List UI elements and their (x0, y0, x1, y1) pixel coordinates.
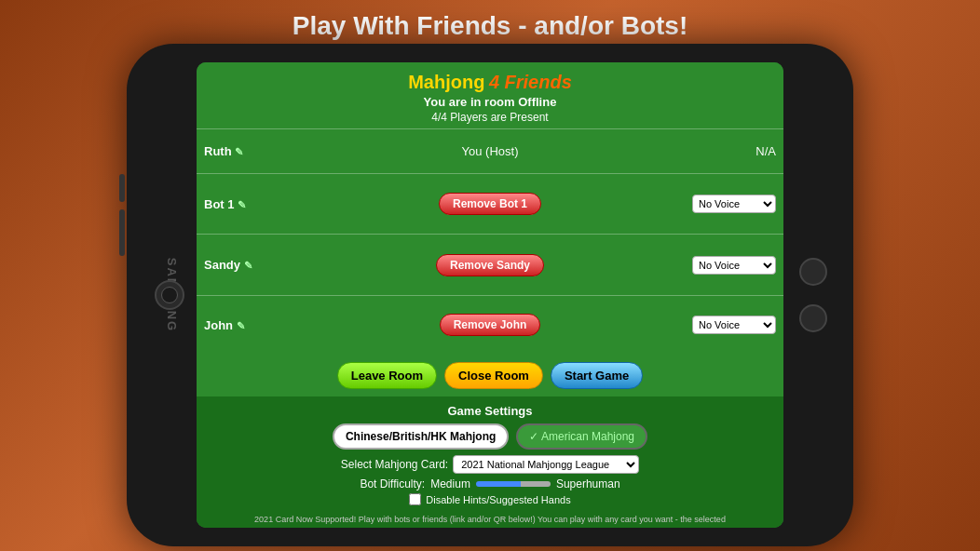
title-mahjong: Mahjong (408, 72, 484, 92)
player-name: Ruth ✎ (197, 129, 308, 174)
player-action: Remove Sandy (308, 235, 672, 295)
na-text: N/A (755, 144, 776, 158)
room-status: You are in room Offline (201, 95, 779, 109)
players-table: Ruth ✎ You (Host) N/A Bot 1 (197, 128, 783, 355)
player-name: Sandy ✎ (197, 235, 308, 295)
game-title: Mahjong 4 Friends (201, 72, 779, 93)
players-status: 4/4 Players are Present (201, 111, 779, 124)
card-select[interactable]: 2021 National Mahjongg League 2020 Natio… (453, 455, 639, 474)
table-row: Sandy ✎ Remove Sandy No Voice Voice 1 (197, 235, 783, 295)
hints-row: Disable Hints/Suggested Hands (206, 493, 774, 505)
close-room-button[interactable]: Close Room (444, 362, 543, 389)
phone-wrapper: SAMSUNG Mahjong 4 Friends You are in roo… (127, 44, 853, 546)
remove-john-button[interactable]: Remove John (440, 314, 541, 336)
table-row: Ruth ✎ You (Host) N/A (197, 129, 783, 174)
leave-room-button[interactable]: Leave Room (337, 362, 437, 389)
bottom-text: 2021 Card Now Supported! Play with bots … (197, 513, 783, 528)
game-header: Mahjong 4 Friends You are in room Offlin… (197, 62, 783, 128)
volume-up-button[interactable] (119, 174, 125, 202)
remove-sandy-button[interactable]: Remove Sandy (436, 254, 544, 276)
settings-title: Game Settings (206, 404, 774, 418)
player-action: Remove Bot 1 (308, 174, 672, 235)
volume-down-button[interactable] (119, 209, 125, 256)
voice-select-sandy[interactable]: No Voice Voice 1 (692, 256, 776, 275)
player-voice: N/A (672, 129, 783, 174)
player-voice: No Voice Voice 1 (672, 235, 783, 295)
phone-screen: Mahjong 4 Friends You are in room Offlin… (197, 62, 783, 528)
select-card-row: Select Mahjong Card: 2021 National Mahjo… (206, 455, 774, 474)
difficulty-label: Bot Difficulty: (360, 477, 425, 491)
mahjong-type-buttons: Chinese/British/HK Mahjong ✓ American Ma… (206, 423, 774, 450)
player-voice: No Voice Voice 1 (672, 295, 783, 355)
camera-icon (155, 280, 184, 310)
edit-icon: ✎ (237, 320, 245, 331)
voice-select-john[interactable]: No Voice Voice 1 (692, 316, 776, 334)
title-friends: 4 Friends (489, 72, 572, 92)
page-title: Play With Friends - and/or Bots! (0, 0, 980, 48)
game-settings: Game Settings Chinese/British/HK Mahjong… (197, 396, 783, 513)
voice-select-bot1[interactable]: No Voice Voice 1 (692, 195, 776, 213)
difficulty-row: Bot Difficulty: Medium Superhuman (206, 477, 774, 491)
player-action: Remove John (308, 295, 672, 355)
start-game-button[interactable]: Start Game (551, 362, 643, 389)
table-row: John ✎ Remove John No Voice Voice 1 (197, 295, 783, 355)
edit-icon: ✎ (244, 260, 252, 271)
player-name: Bot 1 ✎ (197, 174, 308, 235)
action-buttons: Leave Room Close Room Start Game (197, 355, 783, 396)
phone-right-detail (799, 258, 827, 332)
remove-bot1-button[interactable]: Remove Bot 1 (439, 193, 541, 215)
player-name: John ✎ (197, 295, 308, 355)
home-button[interactable] (799, 304, 827, 332)
hints-label: Disable Hints/Suggested Hands (426, 494, 570, 505)
american-mahjong-button[interactable]: ✓ American Mahjong (516, 423, 647, 450)
difficulty-slider[interactable] (476, 481, 551, 487)
phone-body: SAMSUNG Mahjong 4 Friends You are in roo… (127, 44, 853, 546)
phone-left-buttons (119, 174, 125, 256)
chinese-mahjong-button[interactable]: Chinese/British/HK Mahjong (333, 423, 509, 450)
power-button[interactable] (799, 258, 827, 286)
edit-icon: ✎ (235, 146, 243, 157)
player-action: You (Host) (308, 129, 672, 174)
screen-content: Mahjong 4 Friends You are in room Offlin… (197, 62, 783, 528)
difficulty-low: Medium (430, 477, 470, 491)
difficulty-high: Superhuman (556, 477, 620, 491)
edit-icon: ✎ (238, 199, 246, 210)
player-voice: No Voice Voice 1 (672, 174, 783, 235)
table-row: Bot 1 ✎ Remove Bot 1 No Voice Voice 1 (197, 174, 783, 235)
host-label: You (Host) (462, 144, 519, 158)
select-card-label: Select Mahjong Card: (341, 458, 448, 471)
hints-checkbox[interactable] (409, 493, 421, 505)
